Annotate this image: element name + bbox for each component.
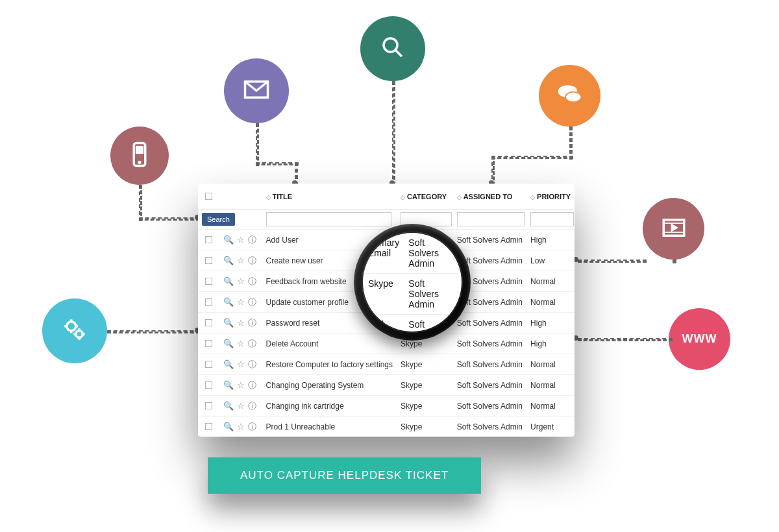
- table-row: 🔍☆ⓘDelete AccountSkypeSoft Solvers Admin…: [198, 333, 575, 354]
- col-category: CATEGORY: [407, 193, 447, 200]
- star-icon[interactable]: ☆: [237, 359, 245, 369]
- connector: [578, 260, 647, 263]
- channel-chat-bubble: [539, 65, 600, 127]
- magnifier-overlay: Primary EmailSoft Solvers AdminSkypeSoft…: [354, 224, 471, 341]
- connector: [139, 217, 200, 221]
- cell-priority: High: [526, 313, 575, 333]
- cell-priority: High: [526, 333, 575, 354]
- cell-assigned: Soft Solvers Admin: [453, 354, 526, 375]
- film-icon: [660, 214, 687, 244]
- cell-assigned: Soft Solvers Admin: [453, 375, 526, 396]
- sort-icon[interactable]: ◇: [457, 194, 462, 200]
- lens-row: Primary EmailSoft Solvers Admin: [363, 233, 462, 274]
- star-icon[interactable]: ☆: [237, 276, 245, 286]
- row-checkbox[interactable]: [205, 298, 213, 306]
- star-icon[interactable]: ☆: [237, 401, 245, 411]
- connector: [578, 338, 673, 341]
- cell-priority: Low: [526, 250, 575, 271]
- cell-priority: Urgent: [526, 417, 575, 437]
- row-checkbox[interactable]: [205, 402, 213, 410]
- cell-title[interactable]: Prod 1 Unreachable: [262, 417, 397, 437]
- cell-assigned: Soft Solvers Admin: [453, 333, 526, 354]
- row-checkbox[interactable]: [205, 278, 213, 285]
- info-icon[interactable]: ⓘ: [248, 380, 256, 391]
- channel-settings-bubble: [42, 298, 107, 363]
- info-icon[interactable]: ⓘ: [248, 234, 256, 246]
- star-icon[interactable]: ☆: [237, 297, 245, 307]
- info-icon[interactable]: ⓘ: [248, 276, 256, 287]
- table-row: 🔍☆ⓘProd 1 UnreachableSkypeSoft Solvers A…: [198, 417, 575, 437]
- filter-title-input[interactable]: [266, 212, 392, 226]
- connector: [256, 162, 299, 165]
- row-checkbox[interactable]: [205, 361, 213, 369]
- cell-priority: Normal: [526, 396, 575, 417]
- svg-point-7: [565, 91, 582, 102]
- phone-icon: [126, 141, 153, 171]
- info-icon[interactable]: ⓘ: [248, 317, 256, 329]
- star-icon[interactable]: ☆: [237, 339, 245, 348]
- view-icon[interactable]: 🔍: [223, 339, 234, 348]
- auto-capture-cta-button[interactable]: AUTO CAPTURE HELPDESK TICKET: [208, 457, 481, 494]
- view-icon[interactable]: 🔍: [223, 235, 234, 245]
- channel-phone-bubble: [110, 127, 169, 185]
- cell-title[interactable]: Delete Account: [262, 333, 397, 354]
- cell-category: Skype: [397, 354, 453, 375]
- connector: [139, 185, 142, 221]
- row-checkbox[interactable]: [205, 381, 213, 389]
- cell-assigned: Soft Solvers Admin: [453, 417, 526, 437]
- search-button[interactable]: Search: [202, 213, 235, 226]
- svg-line-1: [395, 50, 402, 57]
- cell-priority: Normal: [526, 292, 575, 313]
- cell-assigned: Soft Solvers Admin: [453, 230, 526, 250]
- table-row: 🔍☆ⓘChanging Operating SystemSkypeSoft So…: [198, 375, 575, 396]
- table-row: 🔍☆ⓘRestore Computer to factory settingsS…: [198, 354, 575, 375]
- row-checkbox[interactable]: [205, 257, 213, 265]
- filter-priority-input[interactable]: [530, 212, 574, 226]
- info-icon[interactable]: ⓘ: [248, 400, 256, 412]
- star-icon[interactable]: ☆: [237, 318, 245, 328]
- select-all-checkbox[interactable]: [205, 193, 213, 200]
- connector: [392, 81, 395, 186]
- connector: [569, 127, 573, 160]
- cell-priority: Normal: [526, 271, 575, 292]
- info-icon[interactable]: ⓘ: [248, 421, 256, 433]
- view-icon[interactable]: 🔍: [223, 276, 234, 286]
- svg-point-8: [67, 322, 76, 331]
- lens-row: CallSoft Solvers Admin: [363, 315, 462, 332]
- cell-assigned: Soft Solvers Admin: [453, 313, 526, 333]
- cell-assigned: Soft Solvers Admin: [453, 396, 526, 417]
- view-icon[interactable]: 🔍: [223, 256, 234, 265]
- svg-rect-4: [136, 147, 143, 154]
- table-row: 🔍☆ⓘChanging ink cartridgeSkypeSoft Solve…: [198, 396, 575, 417]
- star-icon[interactable]: ☆: [237, 422, 245, 431]
- cell-title[interactable]: Changing ink cartridge: [262, 396, 397, 417]
- sort-icon[interactable]: ◇: [530, 194, 535, 200]
- info-icon[interactable]: ⓘ: [248, 255, 256, 267]
- sort-icon[interactable]: ◇: [266, 194, 271, 200]
- view-icon[interactable]: 🔍: [223, 380, 234, 390]
- star-icon[interactable]: ☆: [237, 235, 245, 245]
- channel-search-bubble: [360, 16, 425, 81]
- www-label: WWW: [682, 332, 717, 346]
- row-checkbox[interactable]: [205, 319, 213, 327]
- row-checkbox[interactable]: [205, 236, 213, 244]
- star-icon[interactable]: ☆: [237, 380, 245, 390]
- filter-assigned-input[interactable]: [457, 212, 525, 226]
- view-icon[interactable]: 🔍: [223, 318, 234, 328]
- info-icon[interactable]: ⓘ: [248, 296, 256, 308]
- row-checkbox[interactable]: [205, 423, 213, 431]
- info-icon[interactable]: ⓘ: [248, 338, 256, 350]
- channel-video-bubble: [643, 198, 704, 260]
- gears-icon: [61, 316, 88, 346]
- channel-email-bubble: [224, 58, 289, 123]
- view-icon[interactable]: 🔍: [223, 359, 234, 369]
- cell-title[interactable]: Restore Computer to factory settings: [262, 354, 397, 375]
- view-icon[interactable]: 🔍: [223, 422, 234, 431]
- row-checkbox[interactable]: [205, 340, 213, 348]
- info-icon[interactable]: ⓘ: [248, 359, 256, 370]
- star-icon[interactable]: ☆: [237, 256, 245, 265]
- sort-icon[interactable]: ◇: [401, 194, 405, 200]
- view-icon[interactable]: 🔍: [223, 297, 234, 307]
- cell-title[interactable]: Changing Operating System: [262, 375, 397, 396]
- view-icon[interactable]: 🔍: [223, 401, 234, 411]
